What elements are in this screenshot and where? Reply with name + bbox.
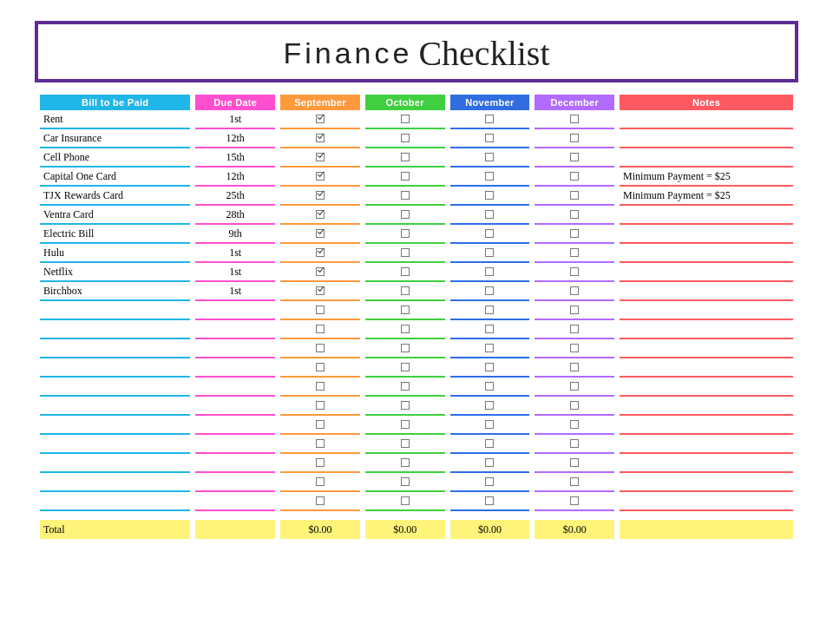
checkbox-icon[interactable] <box>570 306 579 314</box>
checkbox-icon[interactable] <box>316 458 325 467</box>
checkbox-icon[interactable] <box>570 344 579 352</box>
checkbox-icon[interactable] <box>570 191 579 200</box>
checkbox-icon[interactable] <box>485 344 494 352</box>
table-row: Cell Phone15th <box>40 148 793 168</box>
checkbox-icon[interactable] <box>401 325 410 333</box>
cell-due <box>195 339 275 358</box>
checkbox-icon[interactable] <box>401 153 410 161</box>
checkbox-icon[interactable] <box>485 382 494 391</box>
checkbox-icon[interactable] <box>401 134 410 142</box>
checkbox-icon[interactable] <box>316 134 325 142</box>
checkbox-icon[interactable] <box>570 229 579 238</box>
checkbox-icon[interactable] <box>316 325 325 333</box>
checkbox-icon[interactable] <box>316 172 325 181</box>
checkbox-icon[interactable] <box>485 496 494 505</box>
cell-sep <box>280 244 360 263</box>
checkbox-icon[interactable] <box>316 286 325 295</box>
checkbox-icon[interactable] <box>485 153 494 161</box>
checkbox-icon[interactable] <box>401 306 410 314</box>
checkbox-icon[interactable] <box>485 363 494 371</box>
checkbox-icon[interactable] <box>401 458 410 467</box>
checkbox-icon[interactable] <box>570 134 579 142</box>
cell-nov <box>450 129 530 148</box>
checkbox-icon[interactable] <box>485 477 494 486</box>
checkbox-icon[interactable] <box>485 439 494 448</box>
checkbox-icon[interactable] <box>401 496 410 505</box>
col-header-dec: December <box>535 95 614 110</box>
checkbox-icon[interactable] <box>485 267 494 276</box>
cell-due <box>195 378 275 397</box>
checkbox-icon[interactable] <box>401 191 410 200</box>
checkbox-icon[interactable] <box>401 363 410 371</box>
checkbox-icon[interactable] <box>401 115 410 123</box>
checkbox-icon[interactable] <box>485 134 494 142</box>
checkbox-icon[interactable] <box>570 286 579 295</box>
checkbox-icon[interactable] <box>570 363 579 371</box>
checkbox-icon[interactable] <box>316 363 325 371</box>
checkbox-icon[interactable] <box>401 229 410 238</box>
checkbox-icon[interactable] <box>316 477 325 486</box>
checkbox-icon[interactable] <box>570 248 579 257</box>
checkbox-icon[interactable] <box>570 325 579 333</box>
checkbox-icon[interactable] <box>570 439 579 448</box>
checkbox-icon[interactable] <box>316 496 325 505</box>
table-row: TJX Rewards Card25thMinimum Payment = $2… <box>40 187 793 206</box>
cell-due: 1st <box>195 110 275 129</box>
checkbox-icon[interactable] <box>316 306 325 314</box>
checkbox-icon[interactable] <box>485 210 494 219</box>
checkbox-icon[interactable] <box>485 325 494 333</box>
checkbox-icon[interactable] <box>316 420 325 429</box>
checkbox-icon[interactable] <box>401 439 410 448</box>
checkbox-icon[interactable] <box>401 401 410 410</box>
checkbox-icon[interactable] <box>485 306 494 314</box>
checkbox-icon[interactable] <box>401 248 410 257</box>
checkbox-icon[interactable] <box>401 172 410 181</box>
checkbox-icon[interactable] <box>570 267 579 276</box>
checkbox-icon[interactable] <box>316 439 325 448</box>
cell-sep <box>280 473 360 492</box>
checkbox-icon[interactable] <box>570 153 579 161</box>
checkbox-icon[interactable] <box>485 191 494 200</box>
checkbox-icon[interactable] <box>485 458 494 467</box>
checkbox-icon[interactable] <box>401 286 410 295</box>
checkbox-icon[interactable] <box>570 420 579 429</box>
cell-dec <box>535 187 614 206</box>
cell-nov <box>450 454 530 473</box>
checkbox-icon[interactable] <box>316 115 325 123</box>
checkbox-icon[interactable] <box>485 401 494 410</box>
checkbox-icon[interactable] <box>570 477 579 486</box>
cell-oct <box>365 129 445 148</box>
checkbox-icon[interactable] <box>316 248 325 257</box>
checkbox-icon[interactable] <box>485 115 494 123</box>
checkbox-icon[interactable] <box>316 401 325 410</box>
checkbox-icon[interactable] <box>485 172 494 181</box>
checkbox-icon[interactable] <box>316 344 325 352</box>
cell-dec <box>535 206 614 225</box>
checkbox-icon[interactable] <box>316 191 325 200</box>
checkbox-icon[interactable] <box>316 382 325 391</box>
checkbox-icon[interactable] <box>570 458 579 467</box>
checkbox-icon[interactable] <box>570 210 579 219</box>
total-notes <box>620 520 793 539</box>
checkbox-icon[interactable] <box>401 344 410 352</box>
checkbox-icon[interactable] <box>485 286 494 295</box>
checkbox-icon[interactable] <box>570 115 579 123</box>
checkbox-icon[interactable] <box>570 172 579 181</box>
checkbox-icon[interactable] <box>401 477 410 486</box>
checkbox-icon[interactable] <box>401 267 410 276</box>
cell-oct <box>365 358 445 378</box>
checkbox-icon[interactable] <box>401 420 410 429</box>
checkbox-icon[interactable] <box>401 210 410 219</box>
checkbox-icon[interactable] <box>485 248 494 257</box>
checkbox-icon[interactable] <box>401 382 410 391</box>
checkbox-icon[interactable] <box>570 401 579 410</box>
checkbox-icon[interactable] <box>570 496 579 505</box>
checkbox-icon[interactable] <box>570 382 579 391</box>
checkbox-icon[interactable] <box>485 420 494 429</box>
checkbox-icon[interactable] <box>485 229 494 238</box>
table-row <box>40 397 793 416</box>
checkbox-icon[interactable] <box>316 210 325 219</box>
checkbox-icon[interactable] <box>316 229 325 238</box>
checkbox-icon[interactable] <box>316 153 325 161</box>
checkbox-icon[interactable] <box>316 267 325 276</box>
